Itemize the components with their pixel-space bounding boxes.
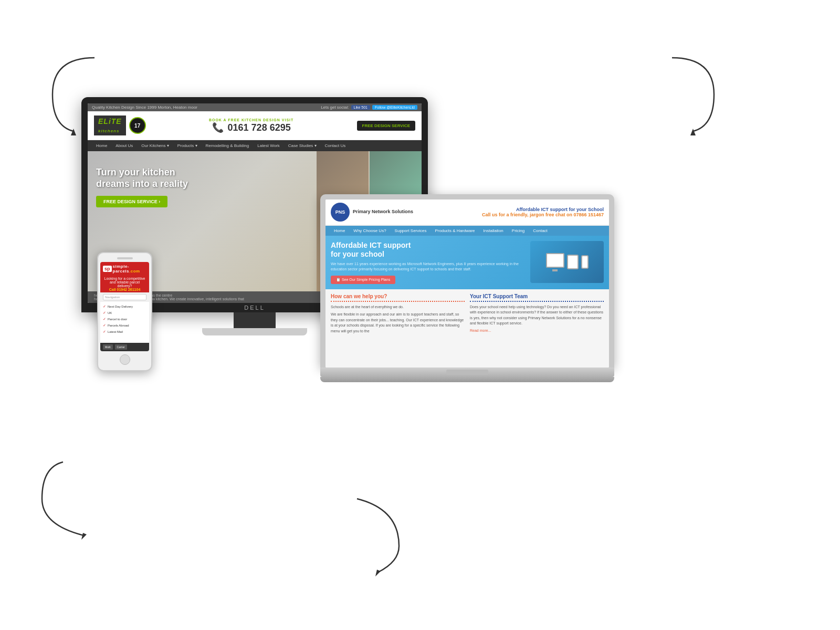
phone-frame: sp simple-parcels.com Looking for a comp… bbox=[97, 252, 152, 371]
laptop-base bbox=[320, 377, 614, 382]
parcels-logo: sp simple-parcels.com bbox=[103, 264, 146, 274]
ict-topbar: pns Primary Network Solutions Affordable… bbox=[326, 200, 609, 226]
ict-read-more-link[interactable]: Read more... bbox=[470, 329, 604, 332]
phone-icon: 📞 bbox=[212, 122, 224, 133]
svg-marker-2 bbox=[81, 533, 87, 540]
kitchen-tagline: Quality Kitchen Design Since 1999 Morton… bbox=[92, 105, 197, 110]
phone-speaker bbox=[117, 257, 133, 259]
elite-name: ELiTE bbox=[98, 117, 122, 125]
check-icon-3: ✓ bbox=[103, 323, 106, 328]
ict-tagline: Affordable ICT support for your School bbox=[482, 207, 604, 212]
laptop: pns Primary Network Solutions Affordable… bbox=[320, 194, 614, 382]
ict-nav-home[interactable]: Home bbox=[330, 226, 349, 236]
facebook-btn: Like 501 bbox=[351, 105, 370, 110]
ict-contact-block: Affordable ICT support for your School C… bbox=[482, 207, 604, 217]
ict-hero-sub: We have over 11 years experience working… bbox=[331, 261, 525, 272]
laptop-trackpad bbox=[446, 370, 488, 375]
svg-marker-0 bbox=[71, 129, 76, 135]
ict-website: pns Primary Network Solutions Affordable… bbox=[326, 200, 609, 368]
feature-latest-mail: ✓ Latest Mail bbox=[103, 329, 146, 335]
check-icon-2: ✓ bbox=[103, 317, 106, 321]
feature-next-day: ✓ Next Day Delivery bbox=[103, 303, 146, 310]
ict-nav-why[interactable]: Why Choose Us? bbox=[349, 226, 390, 236]
carrier-btn: Carrier bbox=[115, 344, 127, 350]
ict-team-title: Your ICT Support Team bbox=[470, 293, 604, 302]
kitchen-phone: 📞 0161 728 6295 bbox=[209, 122, 293, 133]
parcels-navigation-input[interactable]: Navigation bbox=[103, 294, 146, 300]
phone-block: BOOK A FREE KITCHEN DESIGN VISIT 📞 0161 … bbox=[209, 118, 293, 133]
nav-home[interactable]: Home bbox=[92, 140, 111, 151]
kitchen-header: ELiTE kitchens 17 BOOK A FREE KITCHEN DE… bbox=[88, 111, 422, 140]
nav-kitchens[interactable]: Our Kitchens ▾ bbox=[137, 140, 173, 151]
book-visit-text: BOOK A FREE KITCHEN DESIGN VISIT bbox=[209, 118, 293, 122]
sp-logo-text: sp bbox=[104, 266, 110, 271]
bottom-right-arrow bbox=[326, 494, 410, 578]
feature-abroad: ✓ Parcels Abroad bbox=[103, 322, 146, 329]
sp-logo-box: sp bbox=[103, 266, 112, 272]
twitter-btn: Follow @EliteKitchenLtd bbox=[372, 105, 417, 110]
ict-body: How can we help you? Schools are at the … bbox=[326, 289, 609, 368]
phone-home-button[interactable] bbox=[120, 354, 130, 365]
kitchen-topbar: Quality Kitchen Design Since 1999 Morton… bbox=[88, 103, 422, 111]
hero-cta-button[interactable]: FREE DESIGN SERVICE bbox=[96, 196, 167, 207]
parcels-header: sp simple-parcels.com bbox=[100, 262, 149, 276]
ict-help-title: How can we help you? bbox=[331, 293, 465, 302]
ict-nav-support[interactable]: Support Services bbox=[391, 226, 431, 236]
ict-devices-graphic bbox=[530, 241, 604, 283]
ict-team-text: Does your school need help using technol… bbox=[470, 304, 604, 327]
check-icon-4: ✓ bbox=[103, 330, 106, 334]
years-badge: 17 bbox=[129, 117, 146, 134]
feature-uk: ✓ UK bbox=[103, 310, 146, 316]
ict-hero: Affordable ICT supportfor your school We… bbox=[326, 236, 609, 289]
laptop-screen: pns Primary Network Solutions Affordable… bbox=[326, 200, 609, 368]
bottom-left-arrow bbox=[32, 457, 94, 541]
mobile-phone: sp simple-parcels.com Looking for a comp… bbox=[97, 252, 152, 371]
phone-screen: sp simple-parcels.com Looking for a comp… bbox=[100, 262, 149, 351]
social-bar: Lets get social: Like 501 Follow @EliteK… bbox=[321, 105, 417, 110]
laptop-lid: pns Primary Network Solutions Affordable… bbox=[320, 194, 614, 368]
ict-help-subtitle: Schools are at the heart of everything w… bbox=[331, 304, 465, 310]
nav-case-studies[interactable]: Case Studies ▾ bbox=[284, 140, 321, 151]
kitchen-nav: Home About Us Our Kitchens ▾ Products ▾ … bbox=[88, 140, 422, 151]
parcels-tagline: Looking for a competitive and reliable p… bbox=[103, 277, 146, 288]
see-pricing-icon: 📋 bbox=[336, 278, 342, 281]
pns-logo: pns Primary Network Solutions bbox=[331, 203, 413, 222]
nav-about[interactable]: About Us bbox=[111, 140, 137, 151]
parcels-phone-number: Call 01942 261104 bbox=[103, 288, 146, 291]
hero-text: Turn your kitchendreams into a reality F… bbox=[96, 167, 188, 207]
ict-nav-contact[interactable]: Contact bbox=[529, 226, 552, 236]
ict-hero-title: Affordable ICT supportfor your school bbox=[331, 241, 525, 259]
ict-nav-products[interactable]: Products & Hardware bbox=[431, 226, 479, 236]
device-tablet-icon bbox=[567, 255, 579, 269]
monitor-stand-neck bbox=[234, 312, 276, 328]
nav-products[interactable]: Products ▾ bbox=[173, 140, 202, 151]
parcels-logo-name: simple-parcels.com bbox=[113, 264, 146, 274]
ict-hero-text: Affordable ICT supportfor your school We… bbox=[331, 241, 525, 284]
nav-remodel[interactable]: Remodelling & Building bbox=[202, 140, 254, 151]
nav-contact[interactable]: Contact Us bbox=[321, 140, 350, 151]
ict-hero-image bbox=[530, 241, 604, 283]
top-right-arrow bbox=[662, 52, 724, 136]
parcels-domain: .com bbox=[129, 269, 140, 274]
ict-nav-pricing[interactable]: Pricing bbox=[508, 226, 529, 236]
nav-latest-work[interactable]: Latest Work bbox=[253, 140, 284, 151]
parcels-features-list: ✓ Next Day Delivery ✓ UK ✓ Parcel to doo… bbox=[100, 302, 149, 343]
ict-help-col: How can we help you? Schools are at the … bbox=[331, 293, 465, 363]
elite-logo-text: ELiTE kitchens bbox=[94, 116, 126, 135]
parcels-website: sp simple-parcels.com Looking for a comp… bbox=[100, 262, 149, 351]
ict-call-text: Call us for a friendly, jargon free chat… bbox=[482, 212, 604, 217]
multi-btn: Multi bbox=[103, 344, 113, 350]
ict-nav-install[interactable]: Installation bbox=[479, 226, 508, 236]
svg-marker-3 bbox=[375, 570, 381, 576]
device-monitor-icon bbox=[546, 253, 564, 268]
pns-name: Primary Network Solutions bbox=[353, 209, 413, 215]
elite-logo: ELiTE kitchens 17 bbox=[94, 116, 146, 135]
pns-circle: pns bbox=[331, 203, 350, 222]
parcels-footer: Multi Carrier bbox=[100, 343, 149, 351]
ict-cta-button[interactable]: 📋 See Our Simple Pricing Plans bbox=[331, 276, 395, 284]
svg-marker-1 bbox=[690, 129, 696, 135]
monitor-stand-base bbox=[202, 328, 307, 335]
feature-parcel-door: ✓ Parcel to door bbox=[103, 316, 146, 322]
check-icon-uk: ✓ bbox=[103, 311, 106, 315]
parcels-phone-line: Looking for a competitive and reliable p… bbox=[100, 276, 149, 292]
